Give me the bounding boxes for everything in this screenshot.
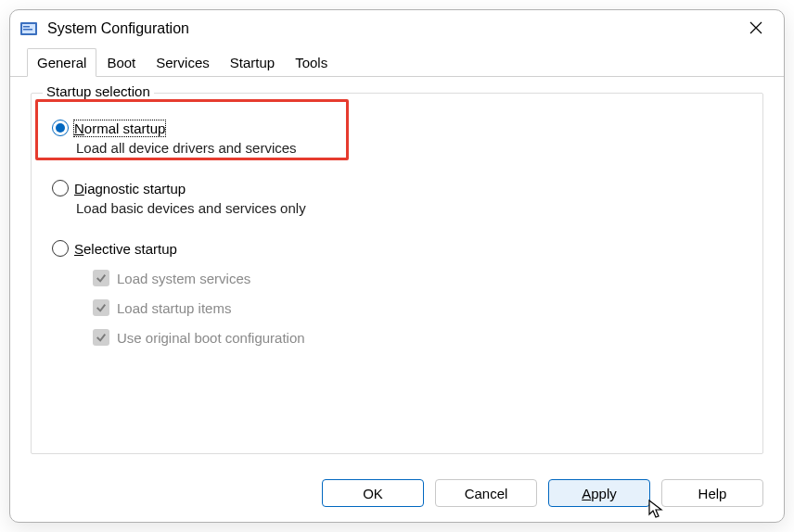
group-legend: Startup selection [43,83,154,99]
checkbox-icon [93,299,109,316]
ok-button[interactable]: OK [322,479,424,507]
check-label: Load startup items [117,300,231,316]
close-button[interactable] [736,14,776,44]
startup-selection-group: Startup selection Normal startup Load al… [31,93,763,454]
tab-strip: General Boot Services Startup Tools [10,47,784,77]
apply-button[interactable]: Apply [548,479,650,507]
selective-children: Load system services Load startup items … [93,270,742,346]
option-normal: Normal startup Load all device drivers a… [52,120,742,156]
radio-diagnostic-label[interactable]: Diagnostic startup [74,181,186,196]
tab-startup[interactable]: Startup [220,48,285,77]
close-icon [749,21,762,37]
radio-selective-label[interactable]: Selective startup [74,241,177,257]
tab-general[interactable]: General [27,48,96,77]
tab-tools[interactable]: Tools [285,48,338,77]
check-label: Load system services [117,271,250,286]
window-title: System Configuration [47,20,736,37]
check-original-boot-config: Use original boot configuration [93,329,742,346]
radio-normal[interactable] [52,120,69,136]
option-diagnostic: Diagnostic startup Load basic devices an… [52,180,742,216]
svg-rect-2 [23,26,30,28]
check-load-startup-items: Load startup items [93,299,742,316]
check-load-system-services: Load system services [93,270,742,286]
button-bar: OK Cancel Apply Help [10,479,784,522]
titlebar: System Configuration [10,10,784,47]
radio-diagnostic-desc: Load basic devices and services only [76,200,742,216]
tab-services[interactable]: Services [146,48,220,77]
svg-rect-3 [23,29,32,31]
radio-diagnostic[interactable] [52,180,69,196]
app-icon [19,19,38,38]
radio-selective[interactable] [52,240,69,257]
cancel-button[interactable]: Cancel [435,479,537,507]
option-selective: Selective startup Load system services L… [52,240,742,346]
tab-content: Startup selection Normal startup Load al… [10,76,784,479]
checkbox-icon [93,270,109,286]
check-label: Use original boot configuration [117,330,305,346]
radio-normal-desc: Load all device drivers and services [76,140,742,156]
tab-boot[interactable]: Boot [96,48,146,77]
help-button[interactable]: Help [661,479,763,507]
radio-normal-label[interactable]: Normal startup [74,120,165,136]
checkbox-icon [93,329,109,346]
system-configuration-window: System Configuration General Boot Servic… [9,9,785,523]
